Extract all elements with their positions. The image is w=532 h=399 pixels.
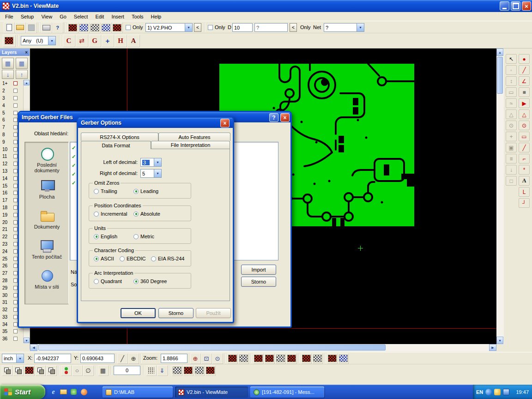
layer-visibility-checkbox[interactable]	[13, 293, 18, 297]
shield-quicklaunch-icon[interactable]	[69, 387, 78, 396]
layer-overlay-button[interactable]	[35, 365, 45, 375]
tab-data-format[interactable]: Data Format	[81, 141, 151, 149]
filledrect-tool-button[interactable]: ▣	[506, 143, 517, 152]
layer-visibility-checkbox[interactable]	[13, 89, 18, 93]
layer-row[interactable]: 2	[0, 87, 23, 95]
layer-visibility-checkbox[interactable]	[13, 235, 18, 239]
chevron-down-icon[interactable]: ▼	[154, 169, 161, 177]
gerber-cancel-button[interactable]: Storno	[158, 308, 193, 318]
radio-eia-rs244[interactable]: EIA RS-244	[151, 256, 184, 261]
layer-move-down-button[interactable]: ↓	[2, 70, 14, 79]
aperture-pattern-button[interactable]	[275, 353, 285, 363]
right-of-decimal-combobox[interactable]: 5 ▼	[140, 169, 162, 178]
layer-visibility-checkbox[interactable]	[13, 308, 18, 312]
layer-visibility-checkbox[interactable]	[13, 118, 18, 122]
aperture-pattern-button[interactable]	[338, 353, 348, 363]
radio-trailing[interactable]: Trailing	[94, 188, 117, 194]
scroll-up-icon[interactable]: ▲	[24, 80, 30, 85]
angle-tool-button[interactable]: ∠	[519, 76, 530, 86]
restore-button[interactable]	[511, 1, 520, 11]
layer-visibility-checkbox[interactable]	[13, 147, 18, 151]
tray-network-icon[interactable]	[485, 389, 492, 395]
task-button-messenger[interactable]: [191-482-091] - Mess...	[250, 387, 324, 398]
aperture-pattern-button[interactable]	[264, 353, 274, 363]
rect-pad-tool-button[interactable]: ▭	[519, 132, 530, 141]
null-display-button[interactable]: ∅	[83, 365, 93, 375]
layer-visibility-checkbox[interactable]	[13, 133, 18, 137]
tray-display-icon[interactable]	[503, 389, 509, 395]
only-d-checkbox[interactable]	[208, 25, 213, 30]
tab-auto-features[interactable]: Auto Features	[158, 133, 230, 141]
selection-filter-button[interactable]	[3, 35, 15, 47]
net-combobox[interactable]: ? ▼	[324, 23, 364, 32]
layer-colors-button[interactable]	[24, 365, 34, 375]
dcode-field[interactable]: 0	[114, 366, 140, 375]
zoom-in-button[interactable]: ⊕	[190, 353, 200, 363]
layer-visibility-checkbox[interactable]	[13, 315, 18, 319]
task-button-viewmate[interactable]: V2.bin - ViewMate	[175, 387, 248, 398]
radio-ascii[interactable]: ASCII	[94, 256, 114, 261]
highlight-toggle-button[interactable]	[61, 365, 71, 375]
d-filter-input[interactable]: ?	[254, 23, 288, 32]
start-button[interactable]: Start	[0, 385, 45, 399]
layer-visibility-checkbox[interactable]	[13, 286, 18, 290]
height-tool-button[interactable]: H	[115, 35, 127, 47]
layer-overlay-button[interactable]	[2, 365, 12, 375]
layer-visibility-checkbox[interactable]	[13, 96, 18, 100]
menu-item[interactable]: Select	[70, 13, 92, 20]
radio-incremental[interactable]: Incremental	[94, 211, 127, 217]
radio-quadrant[interactable]: Quadrant	[94, 278, 122, 284]
any-combobox[interactable]: Any(U) ▼	[21, 36, 56, 45]
place-network[interactable]: Místa v síti	[25, 269, 68, 290]
tab-rs274x-options[interactable]: RS274-X Options	[81, 133, 158, 141]
layer-visibility-checkbox[interactable]	[13, 300, 18, 304]
circle-pad-tool-button[interactable]: ⊙	[519, 121, 530, 130]
layer-visibility-checkbox[interactable]	[13, 125, 18, 129]
new-file-button[interactable]	[4, 22, 14, 33]
dot-tool-button[interactable]: ◦	[506, 65, 517, 75]
line-tool-button[interactable]: ╱	[519, 65, 530, 75]
film-view-button[interactable]	[67, 22, 78, 33]
circle-tool-button[interactable]: C	[63, 35, 75, 47]
ie-quicklaunch-icon[interactable]: e	[49, 387, 58, 396]
fill-pattern-button[interactable]	[172, 365, 182, 375]
y-coordinate-field[interactable]: 0.690643	[80, 354, 115, 363]
menu-item[interactable]: Go	[56, 13, 70, 20]
aperture-pattern-button[interactable]	[238, 353, 248, 363]
aperture-pattern-button[interactable]	[301, 353, 311, 363]
layer-move-up-button[interactable]: ↑	[16, 70, 28, 79]
menu-item[interactable]: Setup	[17, 13, 38, 20]
layer-visibility-checkbox[interactable]	[13, 329, 18, 333]
rect-outline-tool-button[interactable]: ▭	[506, 87, 517, 97]
zoom-point-button[interactable]: ⊙	[212, 353, 223, 363]
layer-visibility-checkbox[interactable]	[13, 162, 18, 166]
radio-absolute[interactable]: Absolute	[133, 211, 160, 217]
x-coordinate-field[interactable]: -0.942237	[34, 354, 71, 363]
layer-visibility-checkbox[interactable]	[13, 249, 18, 254]
plus-gray-tool-button[interactable]: +	[506, 132, 517, 141]
gerber-dialog-titlebar[interactable]: Gerber Options	[78, 118, 233, 128]
circle-display-button[interactable]: ○	[72, 365, 82, 375]
menu-item[interactable]: Help	[147, 13, 165, 20]
d-prev-button[interactable]: <	[290, 23, 297, 32]
tab-file-interpretation[interactable]: File Interpretation	[151, 141, 230, 149]
aperture-pattern-button[interactable]	[286, 353, 296, 363]
d-value-input[interactable]: 10	[232, 23, 253, 32]
scroll-up-icon[interactable]: ▲	[496, 48, 503, 56]
clock[interactable]: 19:47	[516, 389, 529, 395]
dcode-table-button[interactable]	[90, 22, 100, 33]
ok-button[interactable]: OK	[121, 308, 156, 318]
layer-table-button[interactable]	[101, 22, 111, 33]
layer-visibility-checkbox[interactable]	[13, 271, 18, 275]
measure-button[interactable]: ╱	[117, 353, 127, 363]
close-button[interactable]: ×	[522, 1, 531, 11]
menu-item[interactable]: View	[37, 13, 56, 20]
layer-overlay-button[interactable]	[13, 365, 23, 375]
horizontal-scroll-thumb[interactable]	[38, 345, 386, 351]
pad-tool-button[interactable]: ●	[519, 54, 530, 64]
chevron-down-icon[interactable]: ▼	[48, 36, 55, 45]
task-button-explorer[interactable]: D:\MLAB	[103, 387, 173, 398]
import-dialog-help-button[interactable]: ?	[269, 113, 278, 122]
menu-item[interactable]: Tools	[128, 13, 147, 20]
cross-tool-button[interactable]: +	[102, 35, 114, 47]
